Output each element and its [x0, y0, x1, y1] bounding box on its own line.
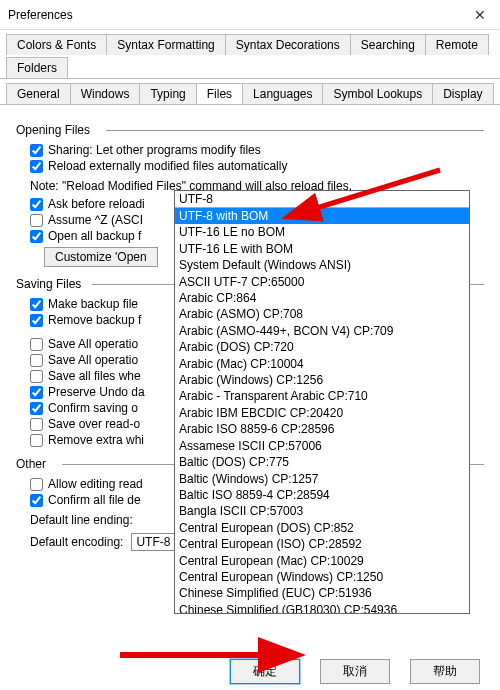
tab-searching[interactable]: Searching — [350, 34, 426, 55]
lbl-open-backup: Open all backup f — [48, 229, 141, 243]
close-icon[interactable]: ✕ — [468, 7, 492, 23]
encoding-option[interactable]: Arabic (ASMO) CP:708 — [175, 306, 469, 322]
tab-files[interactable]: Files — [196, 83, 243, 104]
encoding-option[interactable]: Arabic (DOS) CP:720 — [175, 339, 469, 355]
chk-confirm-saving[interactable] — [30, 402, 43, 415]
encoding-option[interactable]: Bangla ISCII CP:57003 — [175, 503, 469, 519]
ok-button[interactable]: 确定 — [230, 659, 300, 684]
encoding-option[interactable]: Chinese Simplified (EUC) CP:51936 — [175, 585, 469, 601]
lbl-save-all-a: Save All operatio — [48, 337, 138, 351]
chk-confirm-all[interactable] — [30, 494, 43, 507]
window-title: Preferences — [8, 8, 468, 22]
tab-windows[interactable]: Windows — [70, 83, 141, 104]
lbl-preserve-undo: Preserve Undo da — [48, 385, 145, 399]
encoding-option[interactable]: ASCII UTF-7 CP:65000 — [175, 274, 469, 290]
chk-reload-ext[interactable] — [30, 160, 43, 173]
tab-general[interactable]: General — [6, 83, 71, 104]
tab-syntax-decorations[interactable]: Syntax Decorations — [225, 34, 351, 55]
lbl-ask-before: Ask before reloadi — [48, 197, 145, 211]
chk-save-all-b[interactable] — [30, 354, 43, 367]
help-button[interactable]: 帮助 — [410, 659, 480, 684]
encoding-option[interactable]: System Default (Windows ANSI) — [175, 257, 469, 273]
encoding-option[interactable]: Central European (ISO) CP:28592 — [175, 536, 469, 552]
customize-open-button[interactable]: Customize 'Open — [44, 247, 158, 267]
lbl-save-over-ro: Save over read-o — [48, 417, 140, 431]
lbl-def-enc: Default encoding: — [30, 535, 123, 549]
tab-folders[interactable]: Folders — [6, 57, 68, 78]
encoding-option[interactable]: Arabic ISO 8859-6 CP:28596 — [175, 421, 469, 437]
chk-save-over-ro[interactable] — [30, 418, 43, 431]
lbl-remove-extra: Remove extra whi — [48, 433, 144, 447]
lbl-save-all-files: Save all files whe — [48, 369, 141, 383]
lbl-allow-edit: Allow editing read — [48, 477, 143, 491]
chk-preserve-undo[interactable] — [30, 386, 43, 399]
encoding-option[interactable]: Baltic ISO 8859-4 CP:28594 — [175, 487, 469, 503]
tab-typing[interactable]: Typing — [139, 83, 196, 104]
encoding-option[interactable]: Arabic (Windows) CP:1256 — [175, 372, 469, 388]
encoding-option[interactable]: Central European (DOS) CP:852 — [175, 520, 469, 536]
lbl-assume-z: Assume ^Z (ASCI — [48, 213, 143, 227]
encoding-option[interactable]: UTF-16 LE with BOM — [175, 241, 469, 257]
tab-symbol-lookups[interactable]: Symbol Lookups — [322, 83, 433, 104]
chk-make-backup[interactable] — [30, 298, 43, 311]
encoding-option[interactable]: Arabic (Mac) CP:10004 — [175, 356, 469, 372]
group-opening: Opening Files — [16, 123, 484, 137]
encoding-option[interactable]: Arabic - Transparent Arabic CP:710 — [175, 388, 469, 404]
tab-row-1: Colors & FontsSyntax FormattingSyntax De… — [0, 30, 500, 79]
tab-row-2: GeneralWindowsTypingFilesLanguagesSymbol… — [0, 79, 500, 105]
tab-syntax-formatting[interactable]: Syntax Formatting — [106, 34, 225, 55]
chk-sharing[interactable] — [30, 144, 43, 157]
encoding-option[interactable]: Baltic (DOS) CP:775 — [175, 454, 469, 470]
lbl-remove-backup: Remove backup f — [48, 313, 141, 327]
tab-remote[interactable]: Remote — [425, 34, 489, 55]
lbl-save-all-b: Save All operatio — [48, 353, 138, 367]
encoding-option[interactable]: Arabic CP:864 — [175, 290, 469, 306]
encoding-dropdown-edit[interactable]: UTF-8 — [175, 191, 469, 208]
lbl-confirm-all: Confirm all file de — [48, 493, 141, 507]
encoding-dropdown-list[interactable]: UTF-8 with BOMUTF-16 LE no BOMUTF-16 LE … — [175, 208, 469, 613]
encoding-option[interactable]: Baltic (Windows) CP:1257 — [175, 471, 469, 487]
encoding-option[interactable]: Central European (Windows) CP:1250 — [175, 569, 469, 585]
tab-languages[interactable]: Languages — [242, 83, 323, 104]
chk-save-all-a[interactable] — [30, 338, 43, 351]
tab-display[interactable]: Display — [432, 83, 493, 104]
cancel-button[interactable]: 取消 — [320, 659, 390, 684]
chk-assume-z[interactable] — [30, 214, 43, 227]
encoding-option[interactable]: Arabic IBM EBCDIC CP:20420 — [175, 405, 469, 421]
chk-save-all-files[interactable] — [30, 370, 43, 383]
chk-remove-extra[interactable] — [30, 434, 43, 447]
lbl-make-backup: Make backup file — [48, 297, 138, 311]
chk-ask-before[interactable] — [30, 198, 43, 211]
encoding-option[interactable]: Arabic (ASMO-449+, BCON V4) CP:709 — [175, 323, 469, 339]
tab-colors-fonts[interactable]: Colors & Fonts — [6, 34, 107, 55]
encoding-option[interactable]: Chinese Simplified (GB18030) CP:54936 — [175, 602, 469, 613]
chk-open-backup[interactable] — [30, 230, 43, 243]
chk-remove-backup[interactable] — [30, 314, 43, 327]
encoding-option[interactable]: Central European (Mac) CP:10029 — [175, 553, 469, 569]
chk-allow-edit[interactable] — [30, 478, 43, 491]
lbl-reload-ext: Reload externally modified files automat… — [48, 159, 287, 173]
encoding-option[interactable]: Assamese ISCII CP:57006 — [175, 438, 469, 454]
encoding-option[interactable]: UTF-8 with BOM — [175, 208, 469, 224]
lbl-def-line: Default line ending: — [30, 513, 133, 527]
lbl-confirm-saving: Confirm saving o — [48, 401, 138, 415]
encoding-dropdown[interactable]: UTF-8 UTF-8 with BOMUTF-16 LE no BOMUTF-… — [174, 190, 470, 614]
lbl-sharing: Sharing: Let other programs modify files — [48, 143, 261, 157]
encoding-option[interactable]: UTF-16 LE no BOM — [175, 224, 469, 240]
